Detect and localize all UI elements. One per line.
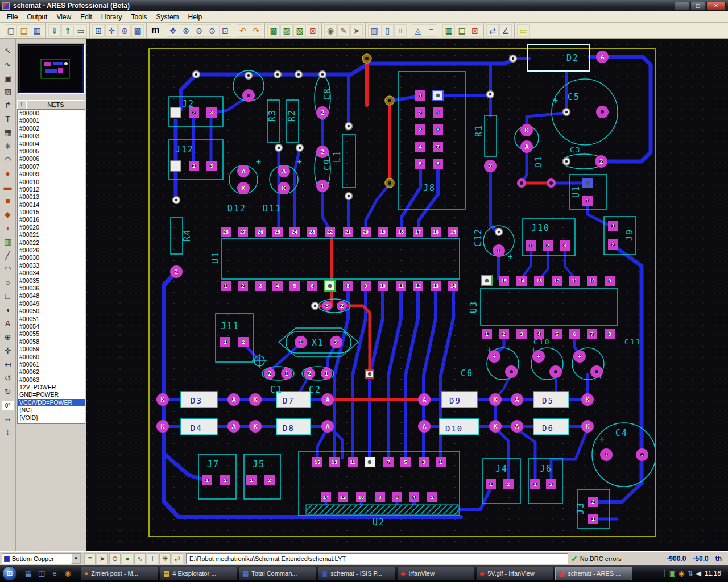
net-item[interactable]: {NC} bbox=[18, 406, 85, 414]
zoom-in-icon[interactable]: ⊕ bbox=[180, 24, 192, 37]
open-file-icon[interactable]: ▤ bbox=[18, 24, 30, 37]
taskbar-button[interactable]: ▤4 Eksplorator ... bbox=[160, 567, 237, 580]
marker-tool[interactable]: ✛ bbox=[1, 344, 15, 358]
pad-circle-tool[interactable]: ● bbox=[1, 167, 15, 181]
layer-selector[interactable]: Bottom Copper ▼ bbox=[2, 553, 81, 564]
pad-square-tool[interactable]: ■ bbox=[1, 194, 15, 208]
net-item[interactable]: VCC/VDD=POWER bbox=[18, 399, 85, 406]
taskbar-button[interactable]: ◆IrfanView bbox=[397, 567, 474, 580]
zoom-out-icon[interactable]: ⊖ bbox=[193, 24, 205, 37]
net-item[interactable]: #00048 bbox=[18, 292, 85, 300]
menu-tools[interactable]: Tools bbox=[127, 12, 152, 22]
menu-system[interactable]: System bbox=[152, 12, 184, 22]
net-item[interactable]: #00060 bbox=[18, 354, 85, 361]
dimension-tool[interactable]: ↤ bbox=[1, 358, 15, 372]
tray-icon-3[interactable]: ⇅ bbox=[688, 569, 693, 577]
net-item[interactable]: #00016 bbox=[18, 216, 85, 223]
net-item[interactable]: 12V=POWER bbox=[18, 384, 85, 391]
import-icon[interactable]: ⇓ bbox=[48, 24, 61, 37]
rotate-cw-tool[interactable]: ↻ bbox=[1, 385, 15, 399]
ratsnest-mode-tool[interactable]: ↱ bbox=[1, 99, 15, 113]
net-item[interactable]: #00061 bbox=[18, 361, 85, 368]
path-tool[interactable]: ◖ bbox=[1, 304, 15, 317]
set-environment-icon[interactable]: ➤ bbox=[350, 24, 363, 37]
tray-icon-1[interactable]: ▣ bbox=[669, 569, 676, 577]
net-item[interactable]: #00020 bbox=[18, 224, 85, 231]
pad-edge-tool[interactable]: ◗ bbox=[1, 222, 15, 235]
keepout-mode-icon[interactable]: ✳ bbox=[159, 553, 171, 564]
nets-type-button[interactable]: T bbox=[17, 100, 26, 109]
zoom-area-icon[interactable]: ⊡ bbox=[219, 24, 231, 37]
menu-edit[interactable]: Edit bbox=[76, 12, 97, 22]
keepout-tool[interactable]: ✳ bbox=[1, 140, 15, 153]
new-file-icon[interactable]: ▢ bbox=[5, 24, 17, 37]
title-bar[interactable]: schemat - ARES Professional (Beta) – ▢ ✕ bbox=[0, 0, 728, 11]
pick-parts-icon[interactable]: ◉ bbox=[324, 24, 337, 37]
trace-style-icon[interactable]: ≡ bbox=[84, 553, 96, 564]
auto-pan-icon[interactable]: ⊙ bbox=[109, 553, 121, 564]
maximize-button[interactable]: ▢ bbox=[690, 2, 705, 10]
redo-icon[interactable]: ↷ bbox=[250, 24, 262, 37]
curved-route-icon[interactable]: ∿ bbox=[134, 553, 146, 564]
menu-file[interactable]: File bbox=[2, 12, 22, 22]
menu-output[interactable]: Output bbox=[22, 12, 52, 22]
angle-snap-icon[interactable]: ∠ bbox=[499, 24, 512, 37]
taskbar-button[interactable]: ●Zmień post - M... bbox=[81, 567, 158, 580]
net-item[interactable]: #00001 bbox=[18, 117, 85, 124]
net-item[interactable]: #00033 bbox=[18, 262, 85, 269]
pad-dil-tool[interactable]: ▥ bbox=[1, 235, 15, 249]
menu-view[interactable]: View bbox=[52, 12, 76, 22]
trace-angle-icon[interactable]: ➤ bbox=[97, 553, 108, 564]
net-item[interactable]: #00026 bbox=[18, 247, 85, 254]
net-item[interactable]: #00055 bbox=[18, 330, 85, 338]
flip-layer-icon[interactable]: ⇄ bbox=[486, 24, 499, 37]
net-item[interactable]: #00063 bbox=[18, 376, 85, 384]
net-item[interactable]: #00030 bbox=[18, 254, 85, 261]
layer-color-icon[interactable]: ▭ bbox=[517, 24, 530, 37]
net-item[interactable]: GND=POWER bbox=[18, 391, 85, 398]
net-item[interactable]: #00013 bbox=[18, 193, 85, 201]
net-item[interactable]: #00035 bbox=[18, 277, 85, 285]
circle-tool[interactable]: ○ bbox=[1, 276, 15, 290]
arc-tool[interactable]: ◠ bbox=[1, 263, 15, 276]
volume[interactable]: ◀ bbox=[696, 569, 701, 577]
goto-sheet-icon[interactable]: ≡ bbox=[425, 24, 437, 37]
net-item[interactable]: #00021 bbox=[18, 231, 85, 239]
minimize-button[interactable]: – bbox=[675, 2, 689, 10]
mirror-h-tool[interactable]: ↔ bbox=[1, 412, 15, 426]
drc-check-icon[interactable]: ⊠ bbox=[469, 24, 481, 37]
block-delete-icon[interactable]: ⊠ bbox=[307, 24, 319, 37]
zoom-all-icon[interactable]: ⊙ bbox=[206, 24, 218, 37]
net-item[interactable]: #00062 bbox=[18, 368, 85, 376]
grid-toggle-icon[interactable]: ⊞ bbox=[92, 24, 105, 37]
overview-panel[interactable] bbox=[17, 43, 85, 94]
menu-library[interactable]: Library bbox=[97, 12, 127, 22]
line-tool[interactable]: ╱ bbox=[1, 249, 15, 263]
internet-explorer-icon[interactable]: e bbox=[49, 568, 60, 579]
net-item[interactable]: #00049 bbox=[18, 300, 85, 307]
net-item[interactable]: #00014 bbox=[18, 201, 85, 209]
net-item[interactable]: #00007 bbox=[18, 163, 85, 171]
false-origin-icon[interactable]: ✛ bbox=[105, 24, 118, 37]
net-item[interactable]: #00015 bbox=[18, 209, 85, 216]
net-item[interactable]: #00010 bbox=[18, 178, 85, 186]
find-component-icon[interactable]: ◬ bbox=[412, 24, 424, 37]
net-item[interactable]: {VOID} bbox=[18, 414, 85, 422]
rect-tool[interactable]: □ bbox=[1, 290, 15, 304]
start-button[interactable]: ⊞ bbox=[2, 566, 17, 581]
menu-help[interactable]: Help bbox=[184, 12, 207, 22]
thru-pad-tool[interactable]: T bbox=[1, 113, 15, 126]
close-button[interactable]: ✕ bbox=[706, 2, 726, 10]
selection-tool[interactable]: ↖ bbox=[1, 44, 15, 58]
route-mode-tool[interactable]: ∿ bbox=[1, 58, 15, 72]
net-item[interactable]: #00006 bbox=[18, 155, 85, 163]
mirror-v-tool[interactable]: ↕ bbox=[1, 426, 15, 439]
undo-icon[interactable]: ↶ bbox=[237, 24, 249, 37]
net-item[interactable]: #00009 bbox=[18, 171, 85, 178]
net-item[interactable]: #00034 bbox=[18, 269, 85, 277]
taskbar-button[interactable]: ◆5V.gif - IrfanView bbox=[476, 567, 553, 580]
net-item[interactable]: #00059 bbox=[18, 346, 85, 353]
show-desktop-icon[interactable]: ▦ bbox=[23, 568, 34, 579]
tidy-icon[interactable]: ⌗ bbox=[394, 24, 407, 37]
rotate-ccw-tool[interactable]: ↺ bbox=[1, 372, 15, 385]
